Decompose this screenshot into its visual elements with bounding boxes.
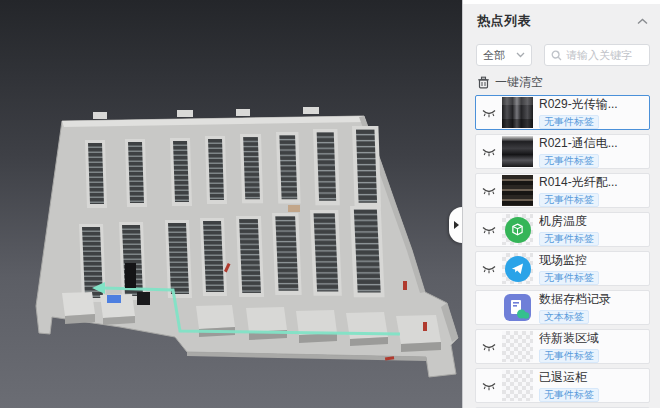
- placeholder-image-icon: [502, 370, 533, 401]
- visibility-off-icon[interactable]: [481, 186, 496, 196]
- item-thumbnail: [502, 214, 533, 245]
- panel-header: 热点列表: [477, 12, 648, 30]
- filter-dropdown-value: 全部: [483, 48, 505, 63]
- item-tag: 无事件标签: [539, 154, 599, 168]
- item-tag: 文本标签: [539, 310, 589, 324]
- list-item[interactable]: 待新装区域 无事件标签: [475, 329, 650, 364]
- list-item[interactable]: R029-光传输... 无事件标签: [475, 95, 650, 130]
- search-icon: [551, 50, 562, 61]
- visibility-off-icon[interactable]: [481, 108, 496, 118]
- hotspot-list: R029-光传输... 无事件标签 R021-通信电... 无事件标签: [475, 95, 650, 408]
- black-box: [137, 292, 150, 305]
- item-tag: 无事件标签: [539, 193, 599, 207]
- list-item[interactable]: 现场监控 无事件标签: [475, 251, 650, 286]
- item-title: 已退运柜: [539, 369, 599, 386]
- item-thumbnail: [502, 175, 533, 206]
- filter-row: 全部: [476, 44, 650, 66]
- item-title: 待新装区域: [539, 330, 599, 347]
- search-input[interactable]: [566, 49, 643, 61]
- visibility-off-icon[interactable]: [481, 147, 496, 157]
- list-item[interactable]: 数据存档记录 文本标签: [475, 290, 650, 325]
- item-title: 数据存档记录: [539, 291, 611, 308]
- clear-all-label: 一键清空: [495, 74, 543, 91]
- archive-doc-icon: [502, 292, 533, 323]
- list-item[interactable]: 机房温度 无事件标签: [475, 212, 650, 247]
- item-tag: 无事件标签: [539, 349, 599, 363]
- list-item[interactable]: R021-通信电... 无事件标签: [475, 134, 650, 169]
- list-item[interactable]: 已退运柜 无事件标签: [475, 368, 650, 403]
- top-strip: [463, 0, 660, 4]
- panel-collapse-handle[interactable]: [449, 207, 462, 243]
- clear-all-button[interactable]: 一键清空: [477, 75, 660, 90]
- item-title: R021-通信电...: [539, 135, 618, 152]
- visibility-off-icon[interactable]: [481, 225, 496, 235]
- placeholder-image-icon: [502, 331, 533, 362]
- visibility-off-icon[interactable]: [481, 342, 496, 352]
- 3d-model-canvas[interactable]: [0, 0, 462, 408]
- item-tag: 无事件标签: [539, 115, 599, 129]
- list-item[interactable]: R014-光纤配... 无事件标签: [475, 173, 650, 208]
- item-title: R014-光纤配...: [539, 174, 618, 191]
- visibility-off-icon: [481, 303, 496, 313]
- item-tag: 无事件标签: [539, 232, 599, 246]
- search-field: [544, 44, 650, 66]
- item-thumbnail: [502, 97, 533, 128]
- temperature-cube-icon: [505, 217, 531, 243]
- item-thumbnail: [502, 136, 533, 167]
- item-title: R029-光传输...: [539, 96, 618, 113]
- viewport-3d[interactable]: [0, 0, 462, 408]
- chevron-right-icon: [454, 221, 459, 229]
- chevron-up-icon[interactable]: [637, 16, 648, 27]
- item-title: 机房温度: [539, 213, 599, 230]
- item-thumbnail: [502, 253, 533, 284]
- black-cabinet: [125, 263, 136, 288]
- visibility-off-icon[interactable]: [481, 264, 496, 274]
- item-tag: 无事件标签: [539, 271, 599, 285]
- visibility-off-icon[interactable]: [481, 381, 496, 391]
- monitor-send-icon: [505, 256, 531, 282]
- item-title: 现场监控: [539, 252, 599, 269]
- panel-title: 热点列表: [477, 12, 531, 30]
- trash-icon: [477, 76, 490, 89]
- filter-dropdown[interactable]: 全部: [476, 44, 532, 66]
- app-window: 热点列表 全部: [0, 0, 660, 408]
- blue-marker: [107, 295, 121, 303]
- chevron-down-icon: [516, 51, 525, 60]
- hotspot-panel: 热点列表 全部: [462, 0, 660, 408]
- item-tag: 无事件标签: [539, 388, 599, 402]
